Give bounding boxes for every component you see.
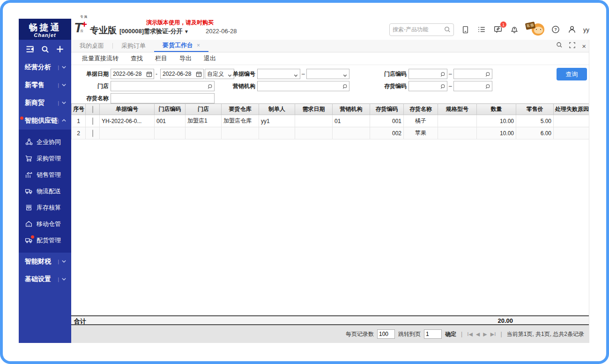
- tab-采购订单[interactable]: 采购订单: [113, 40, 154, 52]
- tab-我的桌面[interactable]: 我的桌面: [71, 40, 112, 52]
- column-header-需求日期[interactable]: 需求日期: [295, 104, 333, 115]
- page-size-input[interactable]: [377, 329, 395, 339]
- checklist-icon[interactable]: [476, 24, 487, 35]
- fullscreen-icon[interactable]: [569, 42, 575, 50]
- row-checkbox[interactable]: [92, 130, 93, 137]
- cell-docno: [100, 127, 155, 139]
- sidebar-group-经营分析[interactable]: 经营分析|: [19, 58, 71, 76]
- store-input[interactable]: [111, 81, 215, 91]
- cell-store_code: 001: [155, 115, 186, 127]
- cell-check[interactable]: [86, 127, 100, 139]
- row-checkbox[interactable]: [92, 117, 93, 125]
- toolbar-button-栏目[interactable]: 栏目: [149, 54, 173, 63]
- column-header-单据编号[interactable]: 单据编号: [100, 104, 155, 115]
- docno-filter-label: 单据编号: [218, 69, 255, 79]
- inv-code-from-input[interactable]: [408, 81, 447, 91]
- lookup-icon[interactable]: [485, 83, 490, 92]
- select-all-checkbox[interactable]: [92, 106, 93, 113]
- sidebar-group-label: 智能供应链: [25, 116, 58, 125]
- sidebar-group-智能供应链[interactable]: 智能供应链|: [19, 112, 71, 130]
- sidebar-group-智能财税[interactable]: 智能财税|: [19, 253, 71, 270]
- toolbar-button-查找[interactable]: 查找: [125, 54, 149, 63]
- date-to-input[interactable]: 2022-06-28 1: [160, 69, 204, 79]
- device-icon[interactable]: [460, 24, 470, 35]
- cart-icon: [25, 154, 33, 162]
- column-header-存货名称[interactable]: 存货名称: [404, 104, 438, 115]
- calendar-icon[interactable]: 1: [146, 71, 152, 80]
- help-icon[interactable]: ?: [550, 24, 561, 35]
- column-header-门店编码[interactable]: 门店编码: [155, 104, 186, 115]
- lookup-icon[interactable]: [485, 71, 490, 80]
- inv-name-input[interactable]: [111, 93, 215, 103]
- date-from-input[interactable]: 2022-06-28 1: [111, 69, 154, 79]
- sidebar-item-采购管理[interactable]: 采购管理: [19, 150, 71, 167]
- next-page-icon[interactable]: ▶: [483, 331, 487, 337]
- toolbar-button-导出[interactable]: 导出: [173, 54, 198, 63]
- notification-bell-icon[interactable]: [509, 24, 520, 35]
- first-page-icon[interactable]: Ⅰ◀: [467, 331, 473, 337]
- column-header-存货编码[interactable]: 存货编码: [370, 104, 404, 115]
- last-page-icon[interactable]: ▶Ⅰ: [490, 331, 496, 337]
- cell-fail_reason: [554, 127, 589, 139]
- cell-check[interactable]: [86, 115, 100, 127]
- user-icon[interactable]: [567, 24, 577, 35]
- username-label[interactable]: yy: [583, 26, 589, 33]
- product-search-input[interactable]: [390, 24, 440, 36]
- sidebar-item-配货管理[interactable]: 配货管理: [19, 232, 71, 248]
- column-header-门店[interactable]: 门店: [186, 104, 222, 115]
- sidebar-item-移动仓管[interactable]: 移动仓管: [19, 216, 71, 232]
- column-header-checkbox[interactable]: [86, 104, 100, 115]
- column-header-要货仓库[interactable]: 要货仓库: [222, 104, 259, 115]
- sidebar-item-销售管理[interactable]: 销售管理: [19, 167, 71, 183]
- close-tab-icon[interactable]: ×: [582, 42, 586, 50]
- lookup-icon[interactable]: [440, 83, 446, 92]
- collapse-menu-icon[interactable]: [25, 44, 35, 54]
- sidebar-item-物流配送[interactable]: 物流配送: [19, 183, 71, 199]
- column-header-零售价[interactable]: 零售价: [516, 104, 554, 115]
- column-header-序号[interactable]: 序号: [72, 104, 86, 115]
- sidebar-group-新商贸[interactable]: 新商贸|: [19, 94, 71, 112]
- chevron-down-icon: [61, 81, 67, 89]
- column-header-制单人[interactable]: 制单人: [259, 104, 295, 115]
- docno-to-select[interactable]: [306, 69, 349, 79]
- lookup-icon[interactable]: [342, 83, 348, 92]
- add-icon[interactable]: [55, 44, 65, 54]
- sidebar-search-icon[interactable]: [40, 44, 50, 54]
- calendar-icon[interactable]: 1: [196, 71, 202, 80]
- column-header-数量[interactable]: 数量: [477, 104, 516, 115]
- support-mascot-icon[interactable]: 客服: [526, 22, 544, 36]
- close-icon[interactable]: ×: [197, 42, 200, 49]
- toolbar-button-批量直接流转[interactable]: 批量直接流转: [76, 54, 125, 63]
- prev-page-icon[interactable]: ◀: [476, 331, 480, 337]
- tab-search-icon[interactable]: [556, 42, 563, 50]
- toolbar-button-退出[interactable]: 退出: [198, 54, 222, 63]
- column-header-营销机构[interactable]: 营销机构: [333, 104, 370, 115]
- confirm-goto-button[interactable]: 确定: [445, 330, 456, 338]
- sidebar-group-新零售[interactable]: 新零售|: [19, 76, 71, 94]
- cell-inv_name: 橘子: [404, 115, 438, 127]
- sidebar-item-label: 企业协同: [37, 138, 61, 146]
- goto-page-input[interactable]: [424, 329, 442, 339]
- sidebar-nav: 经营分析|新零售|新商贸|智能供应链|企业协同采购管理销售管理物流配送库存核算移…: [19, 58, 71, 288]
- message-icon[interactable]: 1: [493, 24, 503, 35]
- total-qty-value: 20.00: [475, 317, 513, 324]
- store-code-to-input[interactable]: [453, 69, 492, 79]
- sidebar-item-库存核算[interactable]: 库存核算: [19, 199, 71, 216]
- inv-code-to-input[interactable]: [453, 81, 492, 91]
- docno-from-select[interactable]: [257, 69, 300, 79]
- inv-name-filter-label: 存货名称: [71, 93, 109, 103]
- cell-org: 01: [333, 115, 370, 127]
- sidebar-group-基础设置[interactable]: 基础设置|: [19, 270, 71, 288]
- sidebar-item-企业协同[interactable]: 企业协同: [19, 134, 71, 150]
- query-button[interactable]: 查询: [557, 68, 587, 80]
- store-code-from-input[interactable]: [408, 69, 447, 79]
- lookup-icon[interactable]: [207, 83, 213, 92]
- lookup-icon[interactable]: [440, 71, 446, 80]
- product-search[interactable]: [389, 23, 454, 36]
- account-switcher[interactable]: [000008]需求验证-分开 ▼: [119, 27, 189, 36]
- org-input[interactable]: [257, 81, 349, 91]
- column-header-处理失败原因[interactable]: 处理失败原因: [554, 104, 589, 115]
- tab-要货工作台[interactable]: 要货工作台×: [154, 40, 208, 52]
- chevron-down-icon: ▼: [184, 29, 189, 34]
- column-header-规格型号[interactable]: 规格型号: [438, 104, 477, 115]
